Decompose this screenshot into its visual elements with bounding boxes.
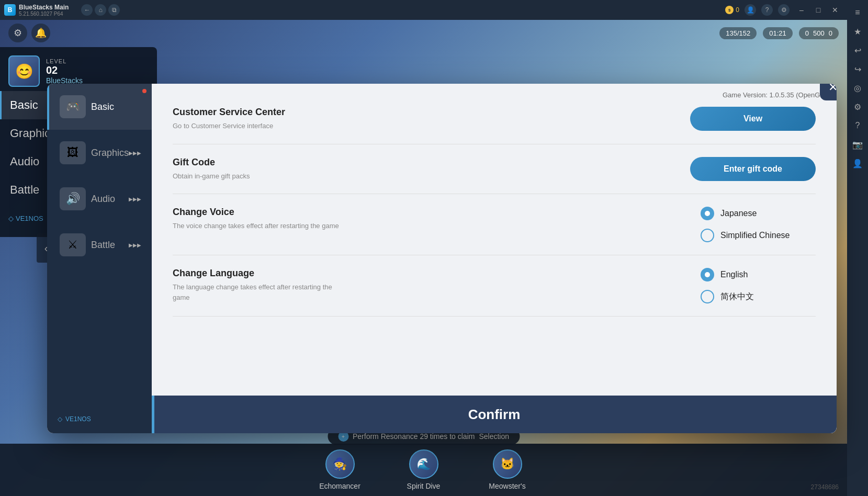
bottom-bar: + Perform Resonance 29 times to claim Se…	[0, 444, 847, 496]
char-spirit-dive[interactable]: 🌊 Spirit Dive	[382, 444, 466, 495]
dnav-item-basic[interactable]: 🎮 Basic	[47, 84, 152, 130]
bs-title: BlueStacks Main	[19, 4, 69, 11]
change-voice-left: Change Voice The voice change takes effe…	[173, 207, 680, 231]
hud-res3: 0	[829, 29, 832, 37]
rs-star-icon[interactable]: ★	[849, 23, 866, 40]
dnav-icon-basic: 🎮	[60, 95, 86, 118]
change-voice-title: Change Voice	[173, 207, 680, 218]
bluestacks-topbar: B BlueStacks Main 5.21.560.1027 P64 ← ⌂ …	[0, 0, 847, 20]
gift-code-title: Gift Code	[173, 157, 680, 168]
customer-service-section: Customer Service Center Go to Customer S…	[173, 94, 816, 144]
change-language-desc: The language change takes effect after r…	[173, 282, 340, 302]
coin-amount: 0	[736, 6, 739, 14]
settings-dialog-overlay: ✕ 🎮 Basic 🖼 Graphics ▶▶▶ 🔊 Audio ▶▶▶	[47, 84, 837, 433]
bottom-characters: 🧙 Echomancer 🌊 Spirit Dive 🐱 Meowster's	[0, 444, 847, 495]
rs-back-icon[interactable]: ↩	[849, 42, 866, 59]
hud-resources: 0 500 0	[799, 27, 839, 39]
voice-radio-simplified-chinese[interactable]	[701, 229, 714, 242]
resonance-text: Perform Resonance 29 times to claim	[353, 432, 475, 441]
dnav-arrows-battle: ▶▶▶	[129, 242, 141, 248]
dnav-item-audio[interactable]: 🔊 Audio ▶▶▶	[47, 176, 152, 222]
bs-logo-icon: B	[4, 4, 16, 16]
change-language-title: Change Language	[173, 268, 680, 279]
level-label: LEVEL	[46, 58, 83, 64]
rs-forward-icon[interactable]: ↪	[849, 61, 866, 77]
minimize-button[interactable]: –	[794, 3, 809, 17]
bs-top-right: $ 0 👤 ? ⚙	[725, 4, 790, 16]
level-number: 02	[46, 64, 83, 76]
dialog-inner: 🎮 Basic 🖼 Graphics ▶▶▶ 🔊 Audio ▶▶▶ ⚔ Bat…	[47, 84, 837, 433]
lang-radio-english[interactable]	[701, 268, 714, 281]
voice-option-simplified-chinese[interactable]: Simplified Chinese	[701, 229, 816, 242]
change-language-section: Change Language The language change take…	[173, 255, 816, 317]
bottom-user-id: 27348686	[811, 483, 839, 491]
hud-settings-icon[interactable]: ⚙	[8, 24, 27, 42]
profile-icon[interactable]: 👤	[745, 4, 756, 16]
change-voice-right: Japanese Simplified Chinese	[680, 207, 816, 242]
voice-label-japanese: Japanese	[720, 209, 757, 218]
window-controls: – □ ✕	[794, 3, 843, 17]
tab-button[interactable]: ⧉	[108, 4, 120, 16]
char-avatar-spirit-dive: 🌊	[409, 449, 438, 479]
char-name-echomancer: Echomancer	[319, 482, 360, 490]
char-avatar-echomancer: 🧙	[325, 449, 355, 479]
rs-help-icon[interactable]: ?	[849, 117, 866, 134]
lang-label-english: English	[720, 270, 748, 279]
help-icon[interactable]: ?	[761, 4, 773, 16]
lang-radio-simplified-chinese[interactable]	[701, 290, 714, 303]
home-button[interactable]: ⌂	[95, 4, 106, 16]
avatar: 😊	[8, 55, 40, 87]
settings-icon[interactable]: ⚙	[778, 4, 790, 16]
rs-target-icon[interactable]: ◎	[849, 80, 866, 96]
voice-radio-japanese[interactable]	[701, 207, 714, 220]
char-name-spirit-dive: Spirit Dive	[407, 482, 441, 490]
bs-version: 5.21.560.1027 P64	[19, 11, 69, 17]
dialog-nav-logo: ◇ VE1NOS	[47, 405, 152, 433]
confirm-button[interactable]: Confirm	[468, 407, 521, 423]
hud-time: 01:21	[769, 29, 786, 37]
dialog-close-button[interactable]: ✕	[820, 84, 837, 100]
gift-code-desc: Obtain in-game gift packs	[173, 171, 340, 182]
change-language-left: Change Language The language change take…	[173, 268, 680, 302]
right-sidebar: ≡ ★ ↩ ↪ ◎ ⚙ ? 📷 👤	[847, 0, 868, 496]
dnav-arrows-audio: ▶▶▶	[129, 196, 141, 202]
close-button[interactable]: ✕	[827, 3, 843, 17]
lang-option-simplified-chinese[interactable]: 简休中文	[701, 290, 816, 303]
coin-display: $ 0	[725, 6, 739, 14]
dnav-icon-audio: 🔊	[60, 187, 86, 210]
dnav-item-battle[interactable]: ⚔ Battle ▶▶▶	[47, 222, 152, 268]
gift-code-right: Enter gift code	[680, 157, 816, 181]
change-voice-section: Change Voice The voice change takes effe…	[173, 194, 816, 255]
char-avatar-meowster: 🐱	[493, 449, 522, 479]
hud-res1: 0	[805, 29, 809, 37]
char-echomancer[interactable]: 🧙 Echomancer	[298, 444, 382, 495]
gift-code-section: Gift Code Obtain in-game gift packs Ente…	[173, 144, 816, 195]
dnav-arrows-graphics: ▶▶▶	[129, 150, 141, 156]
rs-menu-icon[interactable]: ≡	[849, 4, 866, 21]
customer-service-title: Customer Service Center	[173, 107, 680, 118]
selection-text: Selection	[479, 432, 509, 441]
bs-logo: B BlueStacks Main 5.21.560.1027 P64	[4, 4, 69, 17]
dnav-icon-graphics: 🖼	[60, 141, 86, 164]
customer-service-left: Customer Service Center Go to Customer S…	[173, 107, 680, 131]
hud-bell-icon[interactable]: 🔔	[31, 24, 50, 42]
view-button[interactable]: View	[690, 107, 816, 131]
voice-option-japanese[interactable]: Japanese	[701, 207, 816, 220]
rs-settings-icon[interactable]: ⚙	[849, 98, 866, 115]
lang-option-english[interactable]: English	[701, 268, 816, 281]
rs-user-icon[interactable]: 👤	[849, 155, 866, 172]
rs-camera-icon[interactable]: 📷	[849, 136, 866, 153]
char-name-meowster: Meowster's	[489, 482, 525, 490]
game-version: Game Version: 1.0.5.35 (OpenGL)	[723, 91, 826, 99]
customer-service-right: View	[680, 107, 816, 131]
hud-hp: 135/152	[726, 29, 750, 37]
confirm-bar[interactable]: Confirm	[152, 396, 837, 433]
hud-timer: 01:21	[763, 27, 793, 39]
back-button[interactable]: ←	[81, 4, 93, 16]
maximize-button[interactable]: □	[810, 3, 826, 17]
dnav-item-graphics[interactable]: 🖼 Graphics ▶▶▶	[47, 130, 152, 176]
char-meowster[interactable]: 🐱 Meowster's	[466, 444, 549, 495]
gift-code-left: Gift Code Obtain in-game gift packs	[173, 157, 680, 182]
confirm-accent	[152, 396, 154, 433]
enter-gift-code-button[interactable]: Enter gift code	[690, 157, 816, 181]
